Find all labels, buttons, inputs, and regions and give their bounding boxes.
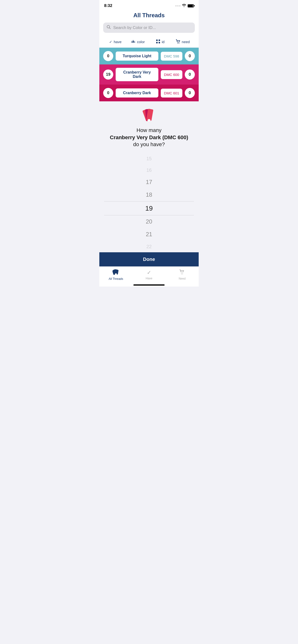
tab-have-label: Have — [146, 277, 152, 280]
thread-id-cranberry-d[interactable]: DMC 601 — [161, 89, 182, 98]
tab-bar: All Threads ✓ Have Need — [99, 266, 199, 282]
battery-icon — [188, 4, 194, 8]
thread-name-cranberry-vd[interactable]: Cranberry Very Dark — [116, 68, 158, 81]
svg-point-11 — [147, 119, 151, 122]
svg-point-7 — [179, 43, 179, 44]
filter-need[interactable]: need — [172, 39, 194, 44]
tab-all-threads[interactable]: All Threads — [99, 269, 132, 280]
picker-section: How many Cranberry Very Dark (DMC 600) d… — [99, 101, 199, 252]
all-threads-icon — [112, 269, 119, 276]
count-need-cranberry-vd[interactable]: 0 — [185, 70, 195, 80]
id-icon — [156, 39, 160, 44]
count-need-turquoise[interactable]: 0 — [185, 51, 195, 61]
filter-id-label: id — [162, 40, 165, 44]
home-bar — [133, 284, 165, 286]
search-bar[interactable]: Search by Color or ID... — [103, 22, 195, 33]
scroll-picker[interactable]: 15 16 17 18 19 20 21 22 — [104, 153, 194, 252]
svg-line-1 — [109, 28, 111, 29]
svg-point-6 — [177, 43, 178, 44]
tab-need[interactable]: Need — [166, 269, 199, 280]
svg-rect-2 — [156, 40, 158, 41]
svg-rect-4 — [156, 42, 158, 43]
filter-have-label: have — [114, 40, 122, 44]
have-icon: ✓ — [109, 40, 112, 44]
count-need-cranberry-d[interactable]: 0 — [185, 88, 195, 98]
count-have-turquoise[interactable]: 0 — [103, 51, 113, 61]
thread-id-cranberry-vd[interactable]: DMC 600 — [161, 70, 182, 79]
svg-rect-3 — [159, 40, 160, 41]
search-input[interactable]: Search by Color or ID... — [113, 26, 192, 30]
tab-have[interactable]: ✓ Have — [132, 270, 166, 280]
thread-name-cranberry-d[interactable]: Cranberry Dark — [116, 88, 158, 98]
picker-value-17: 17 — [104, 176, 194, 188]
color-fan-icon — [139, 106, 159, 123]
filter-color[interactable]: color — [127, 39, 149, 44]
home-indicator — [99, 282, 199, 286]
need-icon — [176, 39, 181, 44]
need-tab-icon — [179, 269, 185, 276]
thread-row-turquoise[interactable]: 0 Turquoise Light DMC 598 0 — [99, 48, 199, 64]
thread-name-turquoise[interactable]: Turquoise Light — [116, 52, 158, 60]
done-button[interactable]: Done — [99, 252, 199, 266]
filter-color-label: color — [137, 40, 145, 44]
status-icons — [175, 4, 194, 8]
picker-value-16: 16 — [104, 164, 194, 176]
thread-id-turquoise[interactable]: DMC 598 — [161, 52, 182, 60]
filter-have[interactable]: ✓ have — [104, 40, 127, 44]
picker-value-19[interactable]: 19 — [104, 201, 194, 216]
count-have-cranberry-d[interactable]: 0 — [103, 88, 113, 98]
status-time: 8:32 — [104, 3, 112, 8]
picker-title: How many Cranberry Very Dark (DMC 600) d… — [110, 127, 188, 148]
picker-value-18: 18 — [104, 188, 194, 201]
thread-row-cranberry-dark[interactable]: 0 Cranberry Dark DMC 601 0 — [99, 84, 199, 101]
svg-point-15 — [115, 273, 117, 275]
have-tab-icon: ✓ — [147, 270, 151, 276]
tab-all-threads-label: All Threads — [109, 277, 123, 280]
thread-row-cranberry-very-dark[interactable]: 19 Cranberry Very Dark DMC 600 0 — [99, 64, 199, 84]
page-title: All Threads — [133, 12, 165, 18]
search-icon — [106, 25, 111, 30]
picker-value-20: 20 — [104, 216, 194, 228]
picker-value-22: 22 — [104, 241, 194, 252]
status-bar: 8:32 — [99, 0, 199, 10]
count-have-cranberry-vd[interactable]: 19 — [103, 70, 113, 80]
signal-dots — [175, 5, 181, 6]
filter-id[interactable]: id — [149, 39, 172, 44]
svg-point-16 — [181, 273, 182, 274]
header: All Threads — [99, 10, 199, 22]
color-icon — [131, 39, 135, 44]
filter-bar: ✓ have color id — [99, 37, 199, 48]
svg-rect-5 — [159, 42, 160, 43]
filter-need-label: need — [182, 40, 190, 44]
picker-value-21: 21 — [104, 228, 194, 241]
tab-need-label: Need — [179, 277, 186, 280]
picker-value-15: 15 — [104, 153, 194, 164]
svg-point-17 — [182, 273, 183, 274]
wifi-icon — [182, 4, 186, 8]
search-container: Search by Color or ID... — [99, 22, 199, 37]
